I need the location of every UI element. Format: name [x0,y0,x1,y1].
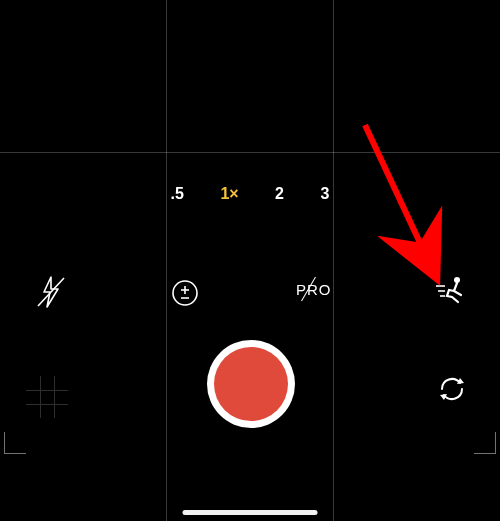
zoom-option-3x[interactable]: 3 [320,185,329,203]
zoom-option-0-5x[interactable]: .5 [171,185,184,203]
gridline-horizontal [0,152,500,153]
flash-off-icon [36,276,66,308]
motion-tracking-button[interactable] [432,274,466,312]
exposure-button[interactable] [170,278,200,312]
zoom-option-1x[interactable]: 1× [220,185,238,203]
grid-toggle-hint [26,376,68,418]
pro-mode-button[interactable]: PRO [296,281,332,298]
pro-mode-label: PRO [296,281,332,298]
shutter-inner [214,347,288,421]
zoom-option-2x[interactable]: 2 [275,185,284,203]
frame-bracket [474,432,496,454]
home-indicator [183,510,318,515]
camera-viewfinder: .5 1× 2 3 PRO [0,0,500,521]
flash-off-button[interactable] [36,276,66,312]
switch-camera-button[interactable] [437,374,467,408]
gridline-vertical [166,0,167,521]
gridline-vertical [333,0,334,521]
shutter-button[interactable] [207,340,295,428]
motion-tracking-icon [432,274,466,308]
frame-bracket [4,432,26,454]
zoom-selector: .5 1× 2 3 [0,185,500,203]
exposure-icon [170,278,200,308]
switch-camera-icon [437,374,467,404]
